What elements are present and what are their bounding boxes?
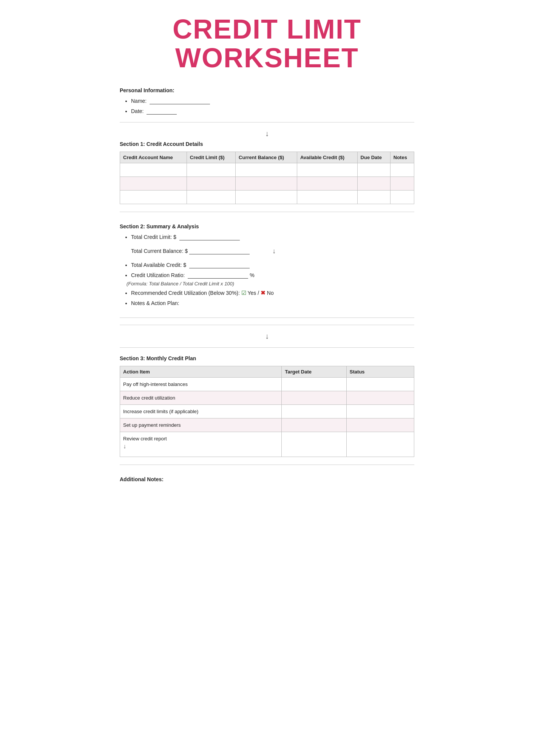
cell[interactable]: [120, 177, 187, 191]
credit-utilization-item: Credit Utilization Ratio: %: [131, 272, 414, 279]
status-cell[interactable]: [346, 432, 414, 457]
cell[interactable]: [187, 177, 235, 191]
yes-label: Yes: [247, 290, 256, 296]
section3-label: Section 3: Monthly Credit Plan: [120, 355, 414, 361]
credit-utilization-field[interactable]: [188, 272, 248, 279]
status-cell[interactable]: [346, 378, 414, 391]
action-item-cell[interactable]: Increase credit limits (if applicable): [120, 405, 282, 418]
target-date-cell[interactable]: [282, 432, 346, 457]
section1-block: Section 1: Credit Account Details Credit…: [120, 141, 414, 204]
cell[interactable]: [120, 163, 187, 177]
main-title: CREDIT LIMIT WORKSHEET: [120, 15, 414, 72]
date-field-item: Date:: [131, 108, 414, 115]
down-arrow-1: ↓: [120, 129, 414, 138]
cell[interactable]: [297, 163, 357, 177]
cell[interactable]: [297, 191, 357, 204]
table-row: Pay off high-interest balances: [120, 378, 414, 391]
cell[interactable]: [120, 191, 187, 204]
table-row: [120, 177, 414, 191]
divider-area-2: ↓: [120, 318, 414, 348]
date-label: Date:: [131, 108, 144, 114]
personal-info-section: Personal Information: Name: Date:: [120, 87, 414, 115]
cell[interactable]: [390, 163, 414, 177]
target-date-cell[interactable]: [282, 378, 346, 391]
xmark-icon: ✖: [261, 290, 265, 296]
name-input-field[interactable]: [150, 98, 210, 104]
checkmark-icon: ☑: [241, 290, 246, 296]
section2-block: Section 2: Summary & Analysis Total Cred…: [120, 223, 414, 306]
slash-separator: /: [258, 290, 261, 296]
recommended-credit-label: Recommended Credit Utilization (Below 30…: [131, 290, 241, 296]
total-available-credit-label: Total Available Credit: $: [131, 262, 186, 268]
total-available-credit-item: Total Available Credit: $: [131, 262, 414, 268]
total-credit-limit-field[interactable]: [179, 234, 240, 240]
col-target-date: Target Date: [282, 366, 346, 378]
cell[interactable]: [236, 177, 297, 191]
cell[interactable]: [187, 163, 235, 177]
action-item-cell[interactable]: Reduce credit utilization: [120, 391, 282, 405]
name-label: Name:: [131, 98, 147, 104]
col-available-credit: Available Credit ($): [297, 152, 357, 163]
status-cell[interactable]: [346, 418, 414, 432]
summary-list: Total Credit Limit: $ Total Current Bala…: [120, 234, 414, 279]
section2-label: Section 2: Summary & Analysis: [120, 223, 414, 229]
table-row: Increase credit limits (if applicable): [120, 405, 414, 418]
recommended-credit-item: Recommended Credit Utilization (Below 30…: [131, 290, 414, 296]
section3-block: Section 3: Monthly Credit Plan Action It…: [120, 355, 414, 457]
monthly-plan-table-head: Action Item Target Date Status: [120, 366, 414, 378]
cell[interactable]: [390, 191, 414, 204]
title-line2: WORKSHEET: [120, 44, 414, 73]
total-credit-limit-item: Total Credit Limit: $: [131, 234, 414, 240]
table-row: Review credit report ↓: [120, 432, 414, 457]
title-line1: CREDIT LIMIT: [120, 15, 414, 44]
col-credit-limit: Credit Limit ($): [187, 152, 235, 163]
personal-info-label: Personal Information:: [120, 87, 414, 93]
additional-notes-section: Additional Notes:: [120, 476, 414, 482]
action-item-cell[interactable]: Review credit report ↓: [120, 432, 282, 457]
page-container: CREDIT LIMIT WORKSHEET Personal Informat…: [97, 0, 437, 520]
no-label: No: [267, 290, 274, 296]
target-date-cell[interactable]: [282, 418, 346, 432]
total-current-balance-field[interactable]: [189, 248, 250, 254]
divider-4: [120, 325, 414, 325]
cell[interactable]: [357, 163, 390, 177]
down-arrow-2: ↓: [272, 247, 276, 255]
monthly-credit-plan-table: Action Item Target Date Status Pay off h…: [120, 366, 414, 457]
status-cell[interactable]: [346, 405, 414, 418]
total-available-credit-field[interactable]: [189, 262, 250, 268]
cell[interactable]: [187, 191, 235, 204]
table-row: Set up payment reminders: [120, 418, 414, 432]
divider-3: [120, 318, 414, 318]
action-item-cell[interactable]: Set up payment reminders: [120, 418, 282, 432]
divider-2: [120, 212, 414, 212]
col-status: Status: [346, 366, 414, 378]
divider-1: [120, 122, 414, 122]
table-row: [120, 163, 414, 177]
additional-notes-label: Additional Notes:: [120, 476, 414, 482]
target-date-cell[interactable]: [282, 405, 346, 418]
cell[interactable]: [357, 177, 390, 191]
divider-6: [120, 465, 414, 465]
col-due-date: Due Date: [357, 152, 390, 163]
cell[interactable]: [236, 163, 297, 177]
cell[interactable]: [357, 191, 390, 204]
cell[interactable]: [390, 177, 414, 191]
summary-list-2: Recommended Credit Utilization (Below 30…: [120, 290, 414, 306]
credit-account-table: Credit Account Name Credit Limit ($) Cur…: [120, 152, 414, 204]
col-action-item: Action Item: [120, 366, 282, 378]
personal-info-list: Name: Date:: [120, 98, 414, 115]
monthly-plan-header-row: Action Item Target Date Status: [120, 366, 414, 378]
cell[interactable]: [236, 191, 297, 204]
col-notes: Notes: [390, 152, 414, 163]
date-input-field[interactable]: [147, 108, 177, 115]
formula-note: (Formula: Total Balance / Total Credit L…: [127, 281, 414, 287]
target-date-cell[interactable]: [282, 391, 346, 405]
notes-action-plan-item: Notes & Action Plan:: [131, 300, 414, 306]
col-account-name: Credit Account Name: [120, 152, 187, 163]
status-cell[interactable]: [346, 391, 414, 405]
action-item-cell[interactable]: Pay off high-interest balances: [120, 378, 282, 391]
cell[interactable]: [297, 177, 357, 191]
credit-account-table-body: [120, 163, 414, 204]
credit-account-header-row: Credit Account Name Credit Limit ($) Cur…: [120, 152, 414, 163]
total-credit-limit-label: Total Credit Limit: $: [131, 234, 176, 240]
